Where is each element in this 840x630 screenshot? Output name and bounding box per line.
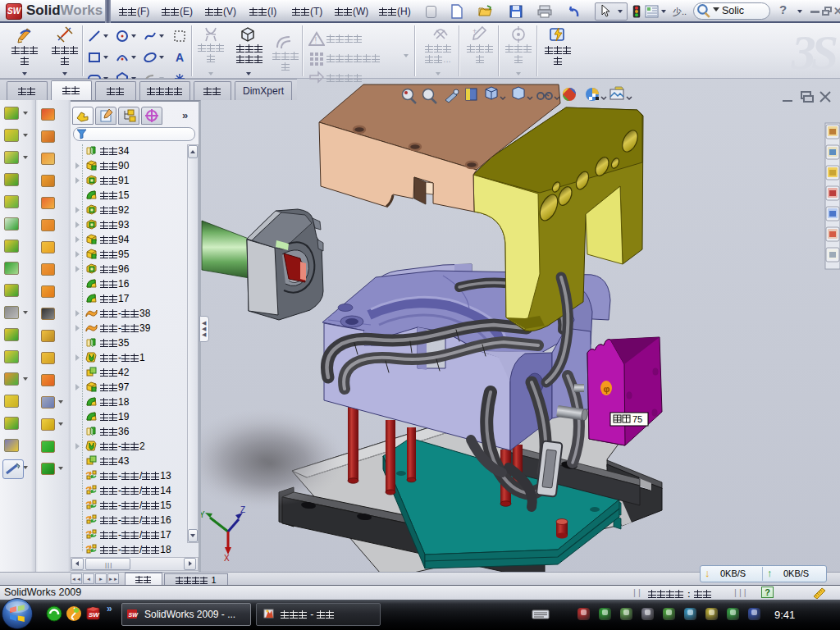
svg-text:Z: Z xyxy=(240,505,245,514)
svg-text:75: 75 xyxy=(632,414,642,424)
svg-text:!: ! xyxy=(315,36,317,45)
svg-text:SW: SW xyxy=(89,611,100,619)
svg-text:A: A xyxy=(176,51,184,64)
svg-text:X: X xyxy=(224,554,230,563)
svg-text:+: + xyxy=(472,27,477,35)
svg-text:SW: SW xyxy=(129,612,139,618)
svg-text:φ: φ xyxy=(604,384,610,394)
